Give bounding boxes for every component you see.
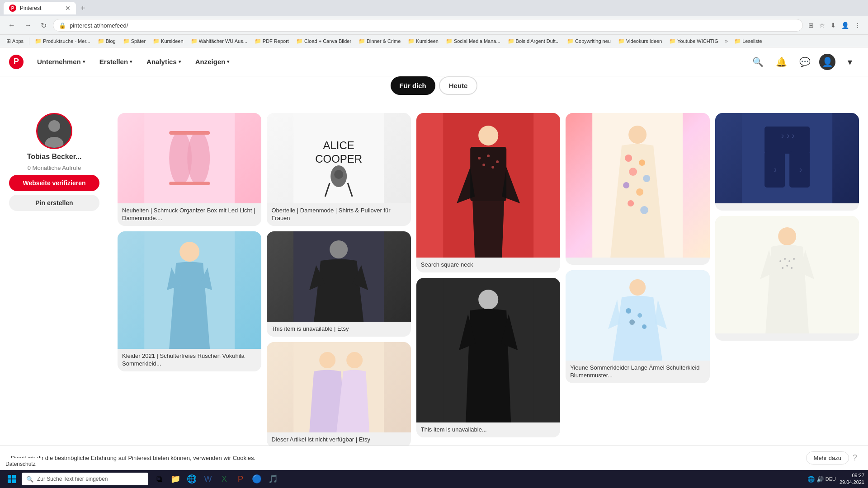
- pin-card[interactable]: Search square neck: [416, 113, 560, 272]
- bookmark-apps[interactable]: ⊞ Apps: [4, 37, 26, 45]
- bookmark-produktsuche[interactable]: 📁 Produktsuche - Mer...: [32, 37, 93, 45]
- pin-card[interactable]: Yieune Sommerkleider Lange Ärmel Schulte…: [566, 270, 709, 383]
- bookmark-social[interactable]: 📁 Social Media Mana...: [443, 37, 503, 45]
- svg-text:☽: ☽: [797, 168, 802, 173]
- bookmark-spater[interactable]: 📁 Später: [120, 37, 148, 45]
- nav-unternehmen[interactable]: Unternehmen ▾: [31, 54, 91, 69]
- task-view-icon[interactable]: ⧉: [152, 472, 166, 486]
- cookie-banner: Damit wir dir die bestmögliche Erfahrung…: [0, 446, 868, 470]
- bookmark-wahlfacher[interactable]: 📁 Wahlfächer WU Aus...: [188, 37, 250, 45]
- pinterest-logo-icon: P: [9, 55, 24, 69]
- create-pin-button[interactable]: Pin erstellen: [9, 195, 99, 211]
- tab-close-btn[interactable]: ✕: [65, 5, 71, 12]
- forward-button[interactable]: →: [22, 19, 34, 31]
- bookmark-label: Später: [131, 38, 146, 44]
- pin-visual: [416, 113, 560, 258]
- browser-tab-pinterest[interactable]: Pinterest ✕: [4, 2, 76, 14]
- svg-point-36: [629, 168, 637, 176]
- url-bar[interactable]: 🔒 pinterest.at/homefeed/: [53, 19, 803, 32]
- pin-card[interactable]: Kleider 2021 | Schulterfreies Rüschen Vo…: [118, 231, 261, 371]
- bookmark-leseliste[interactable]: 📁 Leseliste: [731, 37, 764, 45]
- svg-rect-67: [12, 479, 16, 483]
- bookmark-pdf[interactable]: 📁 PDF Report: [252, 37, 292, 45]
- pinterest-logo[interactable]: P: [9, 55, 24, 69]
- svg-point-5: [187, 131, 210, 185]
- svg-point-40: [627, 200, 634, 206]
- account-chevron[interactable]: ▾: [841, 53, 859, 71]
- pin-title: This item is unavailable | Etsy: [267, 322, 410, 337]
- verify-btn-label: Webseite verifizieren: [23, 179, 85, 187]
- address-actions: ⊞ ☆ ⬇ 👤 ⋮: [807, 20, 863, 31]
- bookmark-blog[interactable]: 📁 Blog: [95, 37, 118, 45]
- cookie-text: Damit wir dir die bestmögliche Erfahrung…: [11, 455, 799, 461]
- main-feed: Neuheiten | Schmuck Organizer Box mit Le…: [108, 113, 868, 447]
- svg-text:ALICE: ALICE: [323, 139, 354, 151]
- bookmark-canva[interactable]: 📁 Cload + Canva Bilder: [293, 37, 354, 45]
- svg-point-21: [347, 352, 363, 368]
- chrome-icon[interactable]: 🔵: [250, 472, 264, 486]
- pin-card[interactable]: ALICE COOPER Oberteile | Damenmode | Shi…: [267, 113, 410, 226]
- excel-icon[interactable]: X: [217, 472, 231, 486]
- pin-card[interactable]: This item is unavailable | Etsy: [267, 231, 410, 337]
- svg-point-39: [636, 188, 643, 196]
- pin-card[interactable]: [715, 216, 859, 341]
- volume-icon[interactable]: 🔊: [816, 476, 824, 483]
- tab-fur-dich[interactable]: Für dich: [391, 76, 435, 95]
- pin-title: [715, 203, 859, 211]
- word-icon[interactable]: W: [201, 472, 215, 486]
- edge-icon[interactable]: 🌐: [184, 472, 199, 486]
- svg-point-31: [478, 290, 498, 310]
- nav-erstellen[interactable]: Erstellen ▾: [93, 54, 138, 69]
- extensions-icon[interactable]: ⊞: [807, 20, 816, 31]
- new-tab-button[interactable]: +: [78, 4, 88, 13]
- search-button[interactable]: 🔍: [749, 53, 767, 71]
- taskbar-clock[interactable]: 09:27 29.04.2021: [840, 472, 864, 486]
- taskbar-search-box[interactable]: 🔍 Zur Suche Text hier eingeben: [22, 473, 148, 485]
- clock-time: 09:27: [840, 472, 864, 479]
- pin-image: [715, 216, 859, 333]
- nav-anzeigen[interactable]: Anzeigen ▾: [189, 54, 236, 69]
- nav-analytics[interactable]: Analytics ▾: [140, 54, 187, 69]
- tab-heute[interactable]: Heute: [439, 76, 478, 95]
- bookmark-kursideen2[interactable]: 📁 Kursideen: [405, 37, 441, 45]
- back-button[interactable]: ←: [5, 19, 18, 31]
- user-avatar[interactable]: 👤: [819, 54, 835, 70]
- file-explorer-icon[interactable]: 📁: [168, 472, 183, 486]
- svg-point-58: [784, 258, 786, 260]
- profile-icon[interactable]: 👤: [840, 20, 851, 31]
- bookmarks-bar: ⊞ Apps 📁 Produktsuche - Mer... 📁 Blog 📁 …: [0, 34, 868, 47]
- network-icon[interactable]: 🌐: [807, 476, 815, 483]
- pin-card[interactable]: Neuheiten | Schmuck Organizer Box mit Le…: [118, 113, 261, 226]
- pinterest-header: P Unternehmen ▾ Erstellen ▾ Analytics ▾ …: [0, 47, 868, 76]
- pin-card[interactable]: ☽ ☽ ☽ ☽ ☽: [715, 113, 859, 211]
- reload-button[interactable]: ↻: [38, 19, 49, 32]
- bookmark-videokurs[interactable]: 📁 Videokurs Ideen: [615, 37, 665, 45]
- bookmark-dinner[interactable]: 📁 Dinner & Crime: [356, 37, 403, 45]
- powerpoint-icon[interactable]: P: [233, 472, 248, 486]
- bookmark-icon[interactable]: ☆: [817, 20, 827, 31]
- verify-website-button[interactable]: Webseite verifizieren: [9, 175, 99, 191]
- app-icon-1[interactable]: 🎵: [266, 472, 280, 486]
- bookmark-bois[interactable]: 📁 Bois d'Argent Duft...: [505, 37, 562, 45]
- start-button[interactable]: [4, 471, 20, 487]
- svg-point-14: [335, 170, 344, 179]
- download-icon[interactable]: ⬇: [829, 20, 838, 31]
- privacy-link[interactable]: Datenschutz: [0, 458, 41, 470]
- svg-point-25: [478, 157, 481, 160]
- pin-card[interactable]: This item is unavailable...: [416, 278, 560, 437]
- bookmark-copywriting[interactable]: 📁 Copywriting neu: [564, 37, 613, 45]
- bookmark-kursideen1[interactable]: 📁 Kursideen: [150, 37, 186, 45]
- notifications-button[interactable]: 🔔: [772, 53, 790, 71]
- svg-point-44: [626, 308, 631, 314]
- messages-button[interactable]: 💬: [796, 53, 814, 71]
- pin-card[interactable]: [566, 113, 709, 265]
- menu-icon[interactable]: ⋮: [853, 20, 863, 31]
- svg-point-9: [179, 242, 199, 262]
- more-bookmarks[interactable]: »: [723, 38, 730, 44]
- pin-card[interactable]: Dieser Artikel ist nicht verfügbar | Ets…: [267, 342, 410, 447]
- cookie-more-button[interactable]: Mehr dazu: [806, 451, 849, 465]
- bookmark-youtube[interactable]: 📁 Youtube WICHTIG: [666, 37, 721, 45]
- svg-point-23: [478, 126, 498, 145]
- url-text: pinterest.at/homefeed/: [70, 22, 128, 29]
- pinterest-app: P Unternehmen ▾ Erstellen ▾ Analytics ▾ …: [0, 47, 868, 456]
